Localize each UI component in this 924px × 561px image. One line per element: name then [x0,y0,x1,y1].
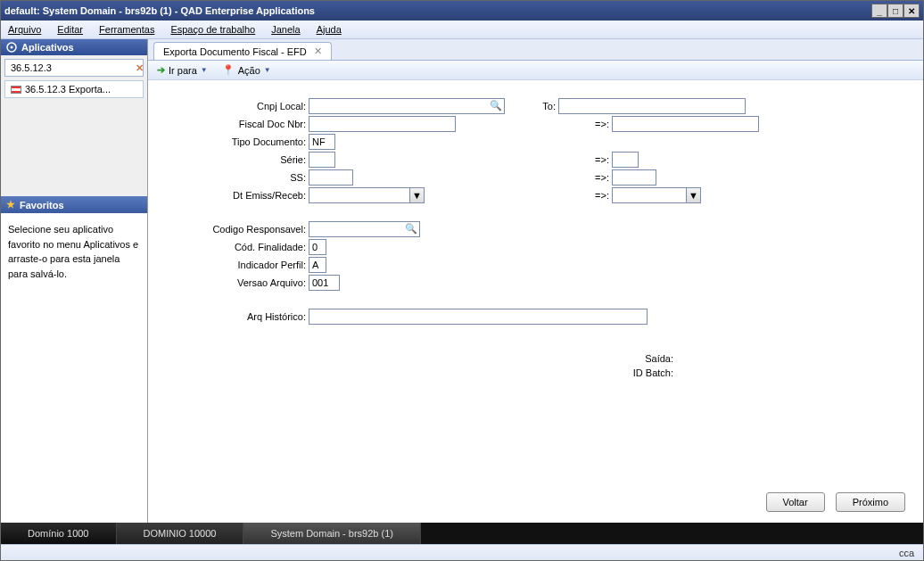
sidebar-search[interactable]: ✕ [4,59,144,77]
lbl-ss: SS: [166,172,309,183]
toolbar-ir-para[interactable]: ➔ Ir para ▼ [157,64,208,76]
sidebar-search-input[interactable] [9,62,136,74]
input-fiscal-doc-to[interactable] [612,116,759,132]
title-bar: default: System Domain - brs92b (1) - QA… [1,1,923,21]
gear-icon [6,42,17,53]
statusbar-tab-system-domain[interactable]: System Domain - brs92b (1) [243,523,421,544]
maximize-button[interactable]: □ [887,4,903,18]
chevron-down-icon: ▼ [201,66,208,74]
clear-search-icon[interactable]: ✕ [136,62,144,74]
lbl-versao: Versao Arquivo: [166,277,309,288]
menu-ferramentas[interactable]: Ferramentas [99,24,154,35]
menu-arquivo[interactable]: Arquivo [8,24,41,35]
lbl-ss-to: =>: [558,172,612,183]
lbl-fiscal-doc: Fiscal Doc Nbr: [166,119,309,129]
input-ind-perfil[interactable] [309,257,326,273]
tab-label: Exporta Documento Fiscal - EFD [163,46,307,57]
svg-point-1 [11,46,13,49]
module-icon [11,86,21,94]
menu-editar[interactable]: Editar [57,24,83,35]
sidebar-fav-header: ★ Favoritos [1,196,147,213]
favorites-placeholder-text: Selecione seu aplicativo favorito no men… [8,222,140,281]
window-title: default: System Domain - brs92b (1) - QA… [4,5,315,16]
menu-bar: Arquivo Editar Ferramentas Espaço de tra… [1,21,923,39]
lbl-fiscal-doc-to: =>: [558,119,612,129]
domain-statusbar: Domínio 1000 DOMINIO 10000 System Domain… [1,523,923,544]
lbl-arq-hist: Arq Histórico: [166,311,309,322]
chevron-down-icon: ▼ [264,66,271,74]
sidebar-apps-header: Aplicativos [1,39,147,55]
input-versao[interactable] [309,275,340,291]
input-cnpj-to[interactable] [558,98,746,114]
input-cod-fin[interactable] [309,239,326,255]
input-fiscal-doc[interactable] [309,116,456,132]
lbl-serie-to: =>: [558,154,612,165]
dropdown-button[interactable]: ▼ [686,187,701,203]
minimize-button[interactable]: _ [871,4,887,18]
input-cod-resp[interactable] [309,221,420,237]
footer-bar: cca [1,544,923,560]
lbl-id-batch: ID Batch: [602,367,673,378]
lookup-icon[interactable]: 🔍 [405,223,417,235]
star-icon: ★ [6,199,15,210]
proximo-button[interactable]: Próximo [836,492,905,512]
input-ss[interactable] [309,169,353,186]
lbl-dt-to: =>: [558,190,612,201]
lbl-to: To: [505,101,558,111]
menu-espaco[interactable]: Espaço de trabalho [170,24,255,35]
input-ss-to[interactable] [612,169,656,186]
lbl-cod-resp: Codigo Responsavel: [166,224,309,235]
input-dt-emiss[interactable] [309,187,425,203]
input-serie-to[interactable] [612,152,639,168]
lbl-cod-fin: Cód. Finalidade: [166,242,309,252]
arrow-right-icon: ➔ [157,64,165,76]
lbl-serie: Série: [166,154,309,165]
pin-icon: 📍 [222,64,235,76]
sidebar-tree-item[interactable]: 36.5.12.3 Exporta... [4,80,144,98]
lbl-saida: Saída: [602,353,673,364]
toolbar-acao[interactable]: 📍 Ação ▼ [222,64,271,76]
menu-ajuda[interactable]: Ajuda [317,24,342,35]
statusbar-tab-dominio-10000[interactable]: DOMINIO 10000 [117,523,244,544]
menu-janela[interactable]: Janela [271,24,300,35]
footer-user: cca [899,548,914,558]
lookup-icon[interactable]: 🔍 [490,100,502,111]
lbl-ind-perfil: Indicador Perfil: [166,260,309,270]
statusbar-tab-dominio-1000[interactable]: Domínio 1000 [1,523,117,544]
input-tipo-doc[interactable] [309,134,335,150]
tab-exporta-doc[interactable]: Exporta Documento Fiscal - EFD ✕ [153,42,332,60]
input-serie[interactable] [309,152,335,168]
close-button[interactable]: ✕ [903,4,920,18]
lbl-tipo-doc: Tipo Documento: [166,136,309,147]
input-arq-hist[interactable] [309,309,648,325]
dropdown-button[interactable]: ▼ [409,187,425,203]
lbl-dt-emiss: Dt Emiss/Receb: [166,190,309,201]
tab-close-icon[interactable]: ✕ [314,45,322,57]
lbl-cnpj-local: Cnpj Local: [166,101,309,111]
input-cnpj-local[interactable] [309,98,505,114]
voltar-button[interactable]: Voltar [766,492,825,512]
